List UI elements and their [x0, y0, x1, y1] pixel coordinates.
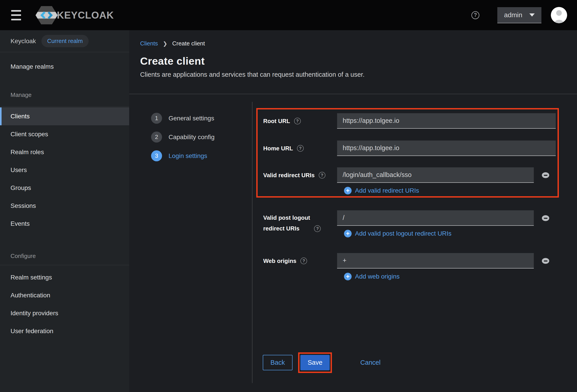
sidebar-divider	[0, 107, 129, 107]
sidebar-item-clients[interactable]: Clients	[0, 107, 129, 125]
add-web-origins-button[interactable]: + Add web origins	[344, 272, 399, 282]
breadcrumb-clients-link[interactable]: Clients	[140, 40, 158, 47]
user-name: admin	[504, 11, 522, 19]
sidebar-divider	[0, 265, 129, 265]
sidebar-item-users[interactable]: Users	[0, 161, 129, 179]
sidebar-item-authentication[interactable]: Authentication	[0, 286, 129, 304]
help-icon[interactable]: ?	[294, 118, 301, 124]
back-button[interactable]: Back	[263, 355, 292, 370]
valid-post-logout-redirect-uris-input[interactable]	[337, 210, 534, 226]
sidebar-item-user-federation[interactable]: User federation	[0, 322, 129, 340]
breadcrumb: Clients ❯ Create client	[140, 40, 205, 47]
help-icon[interactable]: ?	[297, 145, 304, 152]
web-origins-label: Web origins ?	[263, 256, 307, 265]
home-url-input[interactable]	[337, 141, 556, 156]
root-url-label: Root URL ?	[263, 117, 301, 126]
plus-circle-icon: +	[344, 187, 352, 194]
sidebar-item-realm-roles[interactable]: Realm roles	[0, 143, 129, 161]
avatar[interactable]	[551, 7, 567, 23]
remove-web-origin-button[interactable]	[542, 258, 549, 264]
sidebar-item-identity-providers[interactable]: Identity providers	[0, 304, 129, 322]
help-icon[interactable]: ?	[300, 257, 307, 264]
sidebar-item-manage-realms[interactable]: Manage realms	[0, 58, 129, 76]
add-valid-redirect-uris-button[interactable]: + Add valid redirect URIs	[344, 186, 419, 196]
valid-redirect-uris-label: Valid redirect URIs ?	[263, 171, 325, 180]
help-icon[interactable]: ?	[314, 225, 321, 232]
current-realm-badge[interactable]: Current realm	[41, 35, 89, 47]
page-title: Create client	[140, 55, 205, 67]
main-content: Clients ❯ Create client Create client Cl…	[129, 30, 577, 392]
step-number: 3	[151, 150, 162, 161]
sidebar-group-configure: Configure	[0, 251, 129, 260]
realm-name: Keycloak	[10, 37, 36, 45]
sidebar-item-realm-settings[interactable]: Realm settings	[0, 269, 129, 286]
brand-text: KEYCLOAK	[57, 10, 114, 21]
keycloak-logo: KEYCLOAK	[35, 5, 114, 26]
remove-redirect-uri-button[interactable]	[542, 172, 549, 178]
sidebar-item-events[interactable]: Events	[0, 215, 129, 233]
add-valid-post-logout-redirect-uris-button[interactable]: + Add valid post logout redirect URIs	[344, 229, 451, 239]
chevron-right-icon: ❯	[163, 40, 167, 47]
sidebar: Keycloak Current realm Manage realms Man…	[0, 30, 129, 392]
keycloak-hexagon-icon	[35, 5, 58, 26]
masthead: KEYCLOAK ? admin	[0, 0, 577, 30]
wizard-step-capability-config[interactable]: 2 Capability config	[151, 132, 215, 143]
step-number: 1	[151, 113, 162, 124]
sidebar-item-sessions[interactable]: Sessions	[0, 197, 129, 215]
hamburger-menu-icon[interactable]	[11, 10, 21, 20]
user-avatar-icon	[551, 7, 567, 23]
page-subtitle: Clients are applications and services th…	[140, 71, 365, 78]
sidebar-group-manage: Manage	[0, 90, 129, 99]
valid-post-logout-redirect-uris-label: Valid post logout redirect URIs ?	[263, 212, 321, 234]
chevron-down-icon	[529, 13, 535, 17]
header-divider	[129, 94, 577, 94]
help-icon[interactable]: ?	[319, 172, 325, 178]
breadcrumb-current: Create client	[172, 40, 205, 47]
wizard-form-divider	[252, 102, 252, 383]
wizard-step-login-settings[interactable]: 3 Login settings	[151, 150, 207, 161]
realm-selector: Keycloak Current realm	[0, 30, 129, 52]
root-url-input[interactable]	[337, 113, 556, 129]
wizard-step-general-settings[interactable]: 1 General settings	[151, 113, 214, 124]
home-url-label: Home URL ?	[263, 144, 304, 153]
plus-circle-icon: +	[344, 273, 352, 280]
sidebar-item-groups[interactable]: Groups	[0, 179, 129, 197]
user-menu-dropdown[interactable]: admin	[497, 7, 541, 23]
remove-post-logout-uri-button[interactable]	[542, 215, 549, 221]
valid-redirect-uris-input[interactable]	[337, 167, 534, 183]
cancel-button[interactable]: Cancel	[358, 355, 383, 370]
keycloak-admin-console: KEYCLOAK ? admin Keycloak	[0, 0, 577, 392]
web-origins-input[interactable]	[337, 253, 534, 269]
save-button[interactable]: Save	[300, 355, 330, 370]
sidebar-item-client-scopes[interactable]: Client scopes	[0, 125, 129, 143]
masthead-actions: ? admin	[471, 7, 567, 23]
help-icon[interactable]: ?	[471, 11, 479, 19]
step-number: 2	[151, 132, 162, 143]
plus-circle-icon: +	[344, 230, 352, 237]
